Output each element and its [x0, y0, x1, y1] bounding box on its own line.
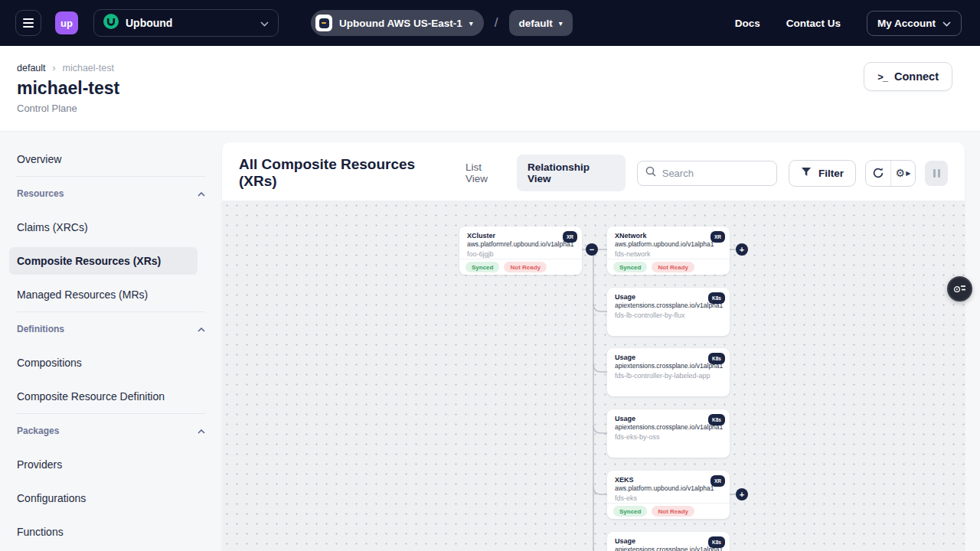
- run-functions-icon[interactable]: ⚙▶: [891, 161, 916, 186]
- node-resource-name: foo-6jgjb: [459, 248, 582, 258]
- chevron-up-icon: [198, 188, 205, 199]
- filter-button-label: Filter: [818, 168, 844, 179]
- section-header-label: Definitions: [17, 324, 64, 334]
- chevron-up-icon: [198, 324, 205, 334]
- breadcrumb-current: michael-test: [63, 63, 114, 73]
- path-separator: /: [495, 15, 498, 31]
- controlplane-selector[interactable]: Upbound AWS US-East-1 ▾: [311, 10, 484, 36]
- status-row: Synced Not Ready: [459, 259, 582, 275]
- collapse-toggle[interactable]: −: [586, 243, 598, 256]
- sidebar-item-composite-resources[interactable]: Composite Resources (XRs): [17, 244, 205, 278]
- graph-node-xnetwork[interactable]: XNetwork aws.platform.upbound.io/v1alpha…: [607, 227, 730, 275]
- contact-us-link[interactable]: Contact Us: [786, 18, 841, 29]
- chevron-down-icon: [260, 16, 269, 30]
- terminal-icon: >_: [877, 71, 887, 83]
- graph-node-usage-eks-by-oss[interactable]: Usage apiextensions.crossplane.io/v1alph…: [607, 409, 730, 458]
- controlplane-icon: [315, 15, 332, 31]
- synced-badge: Synced: [466, 262, 499, 272]
- kind-badge: K8s: [708, 536, 725, 548]
- sidebar: Overview Resources Claims (XRCs) Composi…: [0, 142, 222, 549]
- chevron-down-icon: [942, 18, 951, 29]
- org-avatar-icon: [103, 14, 119, 32]
- page-title: michael-test: [17, 78, 119, 99]
- section-header-label: Resources: [17, 188, 64, 199]
- breadcrumb: default › michael-test: [17, 63, 114, 73]
- panel-title: All Composite Resources (XRs): [239, 156, 455, 190]
- group-selector[interactable]: default ▾: [509, 10, 573, 36]
- search-input[interactable]: [662, 168, 762, 179]
- connect-button[interactable]: >_ Connect: [864, 62, 952, 91]
- expand-toggle-xnetwork[interactable]: +: [736, 243, 748, 256]
- sidebar-item-providers[interactable]: Providers: [17, 448, 205, 481]
- pause-button[interactable]: [925, 161, 948, 186]
- kind-badge: K8s: [708, 292, 725, 304]
- legend-button[interactable]: [947, 276, 972, 302]
- relationship-graph[interactable]: XCluster aws.platformref.upbound.io/v1al…: [222, 201, 965, 551]
- caret-down-icon: ▾: [559, 19, 563, 28]
- not-ready-badge: Not Ready: [504, 262, 547, 272]
- kind-badge: XR: [710, 231, 725, 243]
- connect-button-label: Connect: [894, 70, 939, 83]
- filter-button[interactable]: Filter: [789, 160, 856, 187]
- controlplane-selector-label: Upbound AWS US-East-1: [339, 18, 462, 29]
- expand-toggle-xeks[interactable]: +: [736, 488, 748, 500]
- search-icon: [645, 166, 656, 180]
- kind-badge: XR: [710, 475, 725, 487]
- sidebar-item-compositions[interactable]: Compositions: [17, 346, 205, 380]
- synced-badge: Synced: [613, 262, 647, 272]
- status-row: Synced Not Ready: [607, 503, 730, 519]
- sidebar-section-definitions[interactable]: Definitions: [17, 312, 205, 346]
- not-ready-badge: Not Ready: [652, 506, 694, 517]
- chevron-up-icon: [198, 425, 205, 436]
- kind-badge: XR: [563, 231, 577, 243]
- graph-node-xeks[interactable]: XEKS aws.platform.upbound.io/v1alpha1 fd…: [607, 471, 730, 519]
- sidebar-section-packages[interactable]: Packages: [17, 414, 205, 448]
- node-resource-name: fds-eks: [607, 492, 730, 502]
- kind-badge: K8s: [708, 414, 725, 425]
- not-ready-badge: Not Ready: [652, 262, 694, 272]
- sidebar-item-composite-resource-definition[interactable]: Composite Resource Definition: [17, 380, 205, 413]
- breadcrumb-parent[interactable]: default: [17, 63, 46, 73]
- sidebar-item-claims[interactable]: Claims (XRCs): [17, 210, 205, 244]
- section-header-label: Packages: [17, 425, 59, 436]
- status-row: Synced Not Ready: [607, 259, 730, 275]
- graph-node-usage-bottom[interactable]: Usage apiextensions.crossplane.io/v1alph…: [607, 532, 730, 551]
- kind-badge: K8s: [708, 353, 725, 364]
- node-resource-name: fds-lb-controller-by-flux: [607, 309, 730, 319]
- main-panel: All Composite Resources (XRs) List View …: [222, 142, 965, 551]
- search-box: [637, 161, 777, 186]
- list-view-tab[interactable]: List View: [455, 155, 517, 191]
- group-selector-label: default: [519, 18, 553, 29]
- graph-node-usage-flux[interactable]: Usage apiextensions.crossplane.io/v1alph…: [607, 288, 730, 336]
- funnel-icon: [801, 167, 812, 179]
- sidebar-section-resources[interactable]: Resources: [17, 177, 205, 210]
- graph-actions: ⚙▶: [865, 160, 916, 187]
- menu-icon[interactable]: [15, 10, 41, 36]
- sidebar-item-managed-resources[interactable]: Managed Resources (MRs): [17, 278, 205, 311]
- legend-icon: [953, 282, 966, 296]
- org-selector[interactable]: Upbound: [93, 9, 279, 37]
- upbound-logo[interactable]: up: [55, 11, 78, 34]
- docs-link[interactable]: Docs: [735, 18, 760, 29]
- view-toggle: List View Relationship View: [455, 155, 626, 191]
- my-account-button[interactable]: My Account: [867, 11, 962, 36]
- graph-node-usage-labeled-app[interactable]: Usage apiextensions.crossplane.io/v1alph…: [607, 348, 730, 396]
- relationship-view-tab[interactable]: Relationship View: [517, 155, 626, 191]
- synced-badge: Synced: [613, 506, 647, 517]
- my-account-label: My Account: [877, 18, 936, 29]
- caret-down-icon: ▾: [469, 19, 473, 28]
- page-header: default › michael-test michael-test Cont…: [0, 46, 980, 132]
- sidebar-item-configurations[interactable]: Configurations: [17, 481, 205, 515]
- node-resource-name: fds-eks-by-oss: [607, 431, 730, 441]
- chevron-right-icon: ›: [53, 63, 56, 73]
- sidebar-item-overview[interactable]: Overview: [17, 142, 205, 176]
- graph-node-xcluster[interactable]: XCluster aws.platformref.upbound.io/v1al…: [459, 227, 582, 275]
- refresh-icon[interactable]: [866, 161, 890, 186]
- top-navbar: up Upbound Upbound AWS US-East-1 ▾ / def…: [0, 0, 980, 46]
- sidebar-item-functions[interactable]: Functions: [17, 515, 205, 549]
- org-selector-label: Upbound: [126, 17, 253, 29]
- toolbar: All Composite Resources (XRs) List View …: [222, 158, 965, 188]
- node-resource-name: fds-lb-controller-by-labeled-app: [607, 370, 730, 380]
- page-subtitle: Control Plane: [17, 103, 77, 114]
- node-resource-name: fds-network: [607, 248, 730, 258]
